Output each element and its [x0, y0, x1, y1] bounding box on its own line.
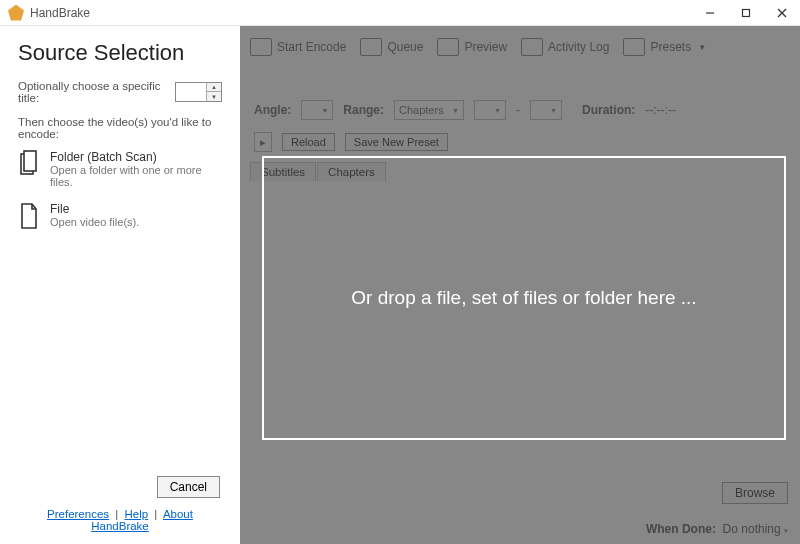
folder-option-desc: Open a folder with one or more files. — [50, 164, 222, 188]
source-selection-heading: Source Selection — [18, 40, 222, 66]
open-file-option[interactable]: File Open video file(s). — [18, 202, 222, 230]
optional-title-label: Optionally choose a specific title: — [18, 80, 169, 104]
source-selection-panel: Source Selection Optionally choose a spe… — [0, 26, 240, 544]
spinner-down-icon[interactable]: ▼ — [207, 92, 221, 101]
folder-option-label: Folder (Batch Scan) — [50, 150, 222, 164]
open-folder-option[interactable]: Folder (Batch Scan) Open a folder with o… — [18, 150, 222, 188]
titlebar: HandBrake — [0, 0, 800, 26]
spinner-up-icon[interactable]: ▲ — [207, 83, 221, 92]
preferences-link[interactable]: Preferences — [47, 508, 109, 520]
svg-rect-1 — [743, 9, 750, 16]
file-icon — [18, 202, 40, 230]
app-title: HandBrake — [30, 6, 90, 20]
svg-rect-5 — [24, 151, 36, 171]
main-content: Start Encode Queue Preview Activity Log … — [240, 26, 800, 544]
minimize-button[interactable] — [692, 0, 728, 26]
maximize-button[interactable] — [728, 0, 764, 26]
drop-zone-text: Or drop a file, set of files or folder h… — [351, 287, 696, 309]
title-spinner-input[interactable] — [176, 83, 206, 101]
help-link[interactable]: Help — [124, 508, 148, 520]
folder-icon — [18, 150, 40, 178]
title-spinner[interactable]: ▲ ▼ — [175, 82, 222, 102]
close-button[interactable] — [764, 0, 800, 26]
file-option-desc: Open video file(s). — [50, 216, 139, 228]
drop-zone[interactable]: Or drop a file, set of files or folder h… — [262, 156, 786, 440]
optional-title-row: Optionally choose a specific title: ▲ ▼ — [18, 80, 222, 104]
cancel-button[interactable]: Cancel — [157, 476, 220, 498]
app-icon — [8, 5, 24, 21]
footer-links: Preferences | Help | About HandBrake — [18, 508, 222, 536]
then-choose-label: Then choose the video(s) you'd like to e… — [18, 116, 222, 140]
file-option-label: File — [50, 202, 139, 216]
